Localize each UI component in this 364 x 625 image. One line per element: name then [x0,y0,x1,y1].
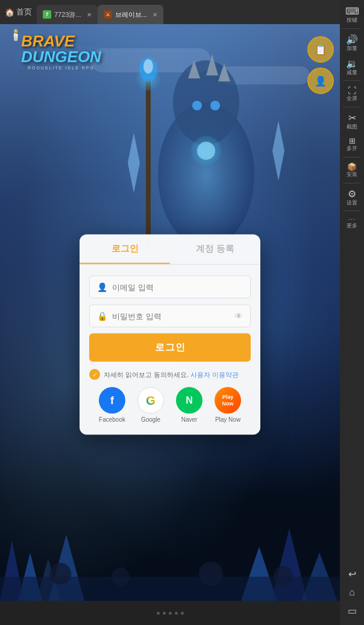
game-btn-notes[interactable]: 📋 [307,36,334,63]
sidebar-btn-back[interactable]: ↩ [341,566,363,582]
tab-bar: 7 7723游... ✕ ⚔ 브레이브... ✕ [37,0,364,24]
sidebar-divider-4 [343,157,361,157]
game-logo: 🕯️ BRAVE DUNGEON ROGUELITE IDLE RPG [9,33,101,70]
logo-subtitle: ROGUELITE IDLE RPG [21,66,101,70]
svg-point-3 [197,142,215,160]
sidebar-divider-2 [343,80,361,81]
install-icon: 📦 [347,162,357,171]
keyboard-label: 按键 [347,17,357,24]
svg-point-14 [143,59,153,74]
screenshot-label: 截图 [347,124,357,130]
social-playnow[interactable]: PlayNow Play Now [215,387,241,423]
game-right-buttons: 📋 👤 [307,36,334,94]
settings-icon: ⚙ [348,188,356,200]
eye-icon[interactable]: 👁 [234,311,243,321]
sidebar-btn-home-nav[interactable]: ⌂ [341,585,363,600]
email-input-group: 👤 [89,276,251,299]
fullscreen-label: 全屏 [347,95,357,102]
tab-7723[interactable]: 7 7723游... ✕ [37,5,98,24]
user-icon: 👤 [97,282,107,292]
sidebar-divider-3 [343,107,361,107]
back-icon: ↩ [348,568,356,580]
svg-point-26 [274,566,293,585]
playnow-icon: PlayNow [215,387,241,414]
svg-point-23 [49,563,71,585]
terms-text: 자세히 읽어보고 동의하세요. 사용자 이용약관 [104,370,239,379]
tab-brave[interactable]: ⚔ 브레이브... ✕ [98,5,163,24]
tab-close-7723[interactable]: ✕ [87,11,92,18]
social-naver[interactable]: N Naver [176,387,202,423]
square-icon: ▭ [348,605,357,617]
logo-brave: BRAVE [21,33,101,49]
facebook-label: Facebook [99,416,125,423]
logo-dungeon: DUNGEON [21,49,101,65]
browser-chrome: 🏠 首页 7 7723游... ✕ ⚔ 브레이브... ✕ [0,0,364,24]
notes-icon: 📋 [315,44,327,56]
tab-close-brave[interactable]: ✕ [152,11,157,18]
home-tab[interactable]: 🏠 首页 [0,7,37,17]
vol-up-label: 加量 [347,45,357,52]
tab-register[interactable]: 계정 등록 [170,235,260,264]
game-btn-profile[interactable]: 👤 [307,68,334,94]
social-google[interactable]: G Google [137,387,164,423]
keyboard-icon: ⌨ [345,5,359,17]
svg-marker-11 [128,133,140,193]
dot-3 [169,612,172,615]
password-input-group: 🔒 👁 [89,305,251,328]
game-area: 🕯️ BRAVE DUNGEON ROGUELITE IDLE RPG 📋 👤 [0,24,340,625]
sidebar-divider-5 [343,183,361,183]
sidebar-btn-vol-up[interactable]: 🔊 加量 [341,31,363,54]
home-icon: 🏠 [5,8,14,17]
sidebar-btn-square[interactable]: ▭ [341,603,363,619]
login-modal: 로그인 계정 등록 👤 🔒 👁 로그인 [80,235,260,435]
multi-icon: ⊞ [349,136,356,145]
sidebar-btn-keyboard[interactable]: ⌨ 按键 [341,3,363,26]
sidebar-divider-6 [343,211,361,211]
tab-label-7723: 7723游... [54,10,81,19]
dot-4 [175,612,178,615]
sidebar-btn-screenshot[interactable]: ✂ 截图 [341,110,363,133]
tab-login-label: 로그인 [111,243,139,253]
modal-inputs: 👤 🔒 👁 [80,276,260,328]
sidebar-btn-vol-down[interactable]: 🔉 减量 [341,56,363,78]
lock-icon: 🔒 [97,311,107,321]
tab-label-brave: 브레이브... [115,10,147,19]
login-button[interactable]: 로그인 [89,334,251,362]
sidebar-btn-settings[interactable]: ⚙ 设置 [341,186,363,209]
facebook-icon: f [99,387,125,414]
terms-link[interactable]: 사용자 이용약관 [190,370,239,378]
settings-label: 设置 [347,200,357,206]
screenshot-icon: ✂ [348,112,356,124]
svg-point-24 [111,568,130,586]
sidebar-btn-install[interactable]: 📦 安装 [341,160,363,180]
bottom-navigation-bar [0,601,340,625]
game-background: 🕯️ BRAVE DUNGEON ROGUELITE IDLE RPG 📋 👤 [0,24,340,625]
tab-favicon-7723: 7 [43,10,51,19]
email-input[interactable] [112,282,243,291]
tab-login[interactable]: 로그인 [80,235,170,264]
sidebar-btn-more[interactable]: ··· 更多 [341,214,363,232]
sidebar-btn-fullscreen[interactable]: ⛶ 全屏 [341,83,363,104]
playnow-label: Play Now [215,416,240,423]
multi-label: 多开 [347,145,357,152]
install-label: 安装 [347,171,357,178]
ice-crystals-area [0,480,340,601]
social-facebook[interactable]: f Facebook [99,387,125,423]
terms-checkbox[interactable]: ✓ [89,369,100,380]
naver-icon: N [176,387,202,414]
tab-favicon-brave: ⚔ [104,10,112,19]
fullscreen-icon: ⛶ [348,86,356,95]
naver-label: Naver [181,416,198,423]
sidebar-btn-multi[interactable]: ⊞ 多开 [341,134,363,154]
dot-2 [163,612,166,615]
vol-down-icon: 🔉 [346,58,358,69]
svg-point-1 [173,60,239,145]
home-nav-icon: ⌂ [349,587,355,598]
terms-row: ✓ 자세히 읽어보고 동의하세요. 사용자 이용약관 [80,369,260,380]
social-login: f Facebook G Google N Naver [80,387,260,423]
password-input[interactable] [112,311,234,320]
bottom-dots [157,612,184,615]
modal-tab-bar: 로그인 계정 등록 [80,235,260,265]
svg-rect-4 [146,78,151,247]
right-sidebar: ⌨ 按键 🔊 加量 🔉 减量 ⛶ 全屏 ✂ 截图 ⊞ 多开 📦 安装 ⚙ 设置 … [340,0,364,625]
